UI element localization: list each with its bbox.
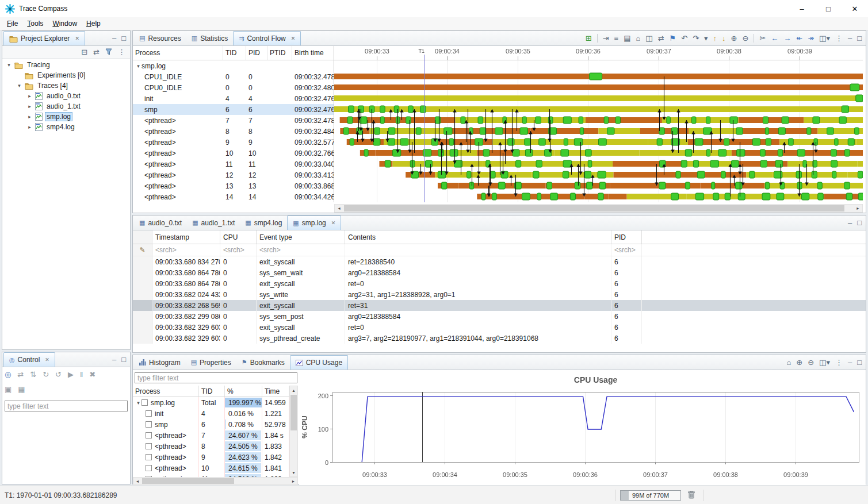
column-header-contents[interactable]: Contents [345,230,611,244]
new-connection-icon[interactable]: ◎ [5,371,11,378]
tree-item-smp4-log[interactable]: ▸smp4.log [2,122,130,132]
expand-arrow-icon[interactable]: ▸ [26,93,33,99]
tree-item-tracing[interactable]: ▾Tracing [2,60,130,70]
checkbox[interactable] [146,465,152,471]
cpu-row-smp-6[interactable]: smp60.708 %52.978 [133,419,289,430]
filter-cell-timestamp[interactable]: <srch> [152,244,220,256]
close-tab-icon[interactable]: ✕ [291,36,296,41]
zoom-out-icon[interactable]: ⊖ [742,34,748,42]
maximize-view-icon[interactable]: □ [857,34,862,42]
scroll-left-button[interactable]: ◄ [335,205,343,212]
process-row-pthread-7[interactable]: <pthread>7709:00:32.4788 [133,115,334,126]
cpu-usage-chart[interactable] [299,371,866,485]
event-row[interactable]: 09:00:33.682 024 4330sys_writearg2=31, a… [133,289,866,300]
tab-statistics[interactable]: ▥Statistics [186,31,233,45]
scrollbar-thumb[interactable] [344,205,844,211]
column-header-tid[interactable]: TID [223,46,246,60]
menu-window[interactable]: Window [48,18,82,29]
close-tab-icon[interactable]: ✕ [331,220,336,226]
tab-resources[interactable]: ▤Resources [134,31,186,45]
expand-arrow-icon[interactable]: ▸ [26,114,33,120]
reset-time-icon[interactable]: ⌂ [636,34,641,42]
zoom-out-icon[interactable]: ⊖ [808,359,814,366]
minimize-view-icon[interactable]: – [848,219,852,226]
scroll-right-button[interactable]: ► [854,205,862,212]
column-header-birth-time[interactable]: Birth time [292,46,334,60]
collapse-all-icon[interactable]: ⊟ [81,48,87,56]
memory-gauge[interactable]: 99M of 770M [620,490,681,501]
save-image-icon[interactable]: ▦ [18,386,25,393]
column-header-tid[interactable]: TID [199,386,225,397]
event-row[interactable]: 09:00:33.680 864 7860sys_sem_waitarg0=21… [133,267,866,278]
new-chart-view-icon[interactable]: ◫▾ [819,359,830,366]
process-row-pthread-11[interactable]: <pthread>111109:00:33.0404 [133,159,334,170]
run-garbage-collector-icon[interactable] [688,491,695,501]
export-image-icon[interactable]: ⊞ [586,34,592,42]
filter-cell-cpu[interactable]: <srch> [220,244,257,256]
process-row-smp-6[interactable]: smp6609:00:32.4760 [133,104,334,115]
column-header-process[interactable]: Process [133,46,223,60]
filter-icon[interactable] [105,48,112,56]
checkbox[interactable] [142,399,148,406]
tab-control-flow[interactable]: ⇉Control Flow✕ [233,31,301,45]
maximize-view-icon[interactable]: □ [121,34,126,42]
add-bookmark-icon[interactable]: ⚑ [670,34,676,42]
go-to-end-icon[interactable]: ↠ [808,34,814,42]
scrollbar-thumb[interactable] [290,395,297,430]
column-header-process[interactable]: Process [133,386,199,397]
collapse-arrow-icon[interactable]: ▾ [135,400,142,406]
collapse-arrow-icon[interactable]: ▾ [135,63,142,69]
next-marker-icon[interactable]: ↷ [693,34,699,42]
scroll-up-button[interactable]: ▲ [290,386,297,394]
column-header-event-type[interactable]: Event type [257,230,345,244]
expand-arrow-icon[interactable]: ▸ [26,124,33,130]
process-row-cpu1-idle-0[interactable]: CPU1_IDLE0009:00:32.4789 [133,71,334,82]
menu-help[interactable]: Help [82,18,105,29]
view-menu-icon[interactable]: ⋮ [835,34,843,42]
move-down-icon[interactable]: ↓ [722,34,726,42]
column-header-time[interactable]: Time [262,386,289,397]
view-menu-icon[interactable]: ⋮ [118,48,125,56]
editor-tab-audio-1-txt[interactable]: ▦audio_1.txt [187,216,240,230]
minimize-view-icon[interactable]: – [112,356,116,363]
checkbox[interactable] [146,454,152,460]
tab-properties[interactable]: ▤Properties [186,355,236,370]
process-row-pthread-9[interactable]: <pthread>9909:00:32.5775 [133,137,334,148]
tab-cpu-usage[interactable]: CPU Usage [290,355,348,370]
maximize-window-button[interactable]: □ [815,0,842,17]
tab-control[interactable]: ◎ Control ✕ [3,352,55,367]
tree-item-smp-log[interactable]: ▸smp.log [2,111,130,122]
cpu-row-init-4[interactable]: init40.016 %1.221 [133,408,289,419]
cpu-row-pthread-9[interactable]: <pthread>924.623 %1.842 [133,452,289,463]
new-view-menu-icon[interactable]: ◫▾ [819,34,830,42]
marker-menu-icon[interactable]: ▾ [704,34,708,42]
view-menu-icon[interactable]: ⋮ [835,359,843,366]
scroll-left-button[interactable]: ◄ [133,478,142,484]
checkbox[interactable] [146,432,152,438]
maximize-view-icon[interactable]: □ [857,219,862,226]
editor-tab-audio-0-txt[interactable]: ▦audio_0.txt [134,216,187,230]
align-views-icon[interactable]: ⇥ [603,34,609,42]
column-header-ptid[interactable]: PTID [267,46,292,60]
column-header-cpu[interactable]: CPU [220,230,257,244]
start-session-icon[interactable]: ▶ [68,371,74,378]
event-row[interactable]: 09:00:33.680 864 7860exit_syscallret=06 [133,278,866,289]
tree-item-audio-0-txt[interactable]: ▸audio_0.txt [2,91,130,101]
tree-item-experiments-0[interactable]: Experiments [0] [2,70,130,80]
control-flow-chart[interactable] [334,46,863,202]
column-header-pid[interactable]: PID [246,46,267,60]
tab-bookmarks[interactable]: ⚑Bookmarks [236,355,290,370]
scroll-down-button[interactable]: ▼ [290,468,297,476]
close-window-button[interactable]: ✕ [842,0,868,17]
zoom-in-icon[interactable]: ⊕ [731,34,737,42]
process-row-pthread-13[interactable]: <pthread>131309:00:33.8687 [133,180,334,191]
link-selection-icon[interactable]: ⇄ [658,34,664,42]
process-row-pthread-8[interactable]: <pthread>8809:00:32.4843 [133,126,334,137]
editor-tab-smp4-log[interactable]: ▦smp4.log [240,216,287,230]
editor-tab-smp-log[interactable]: ▦smp.log✕ [287,216,341,230]
connect-icon[interactable]: ⇄ [17,371,24,378]
column-header-timestamp[interactable]: Timestamp [152,230,220,244]
cpu-row-pthread-7[interactable]: <pthread>724.607 %1.84 s [133,430,289,441]
event-row[interactable]: 09:00:33.680 834 2700exit_syscallret=218… [133,256,866,267]
checkbox[interactable] [146,421,152,428]
